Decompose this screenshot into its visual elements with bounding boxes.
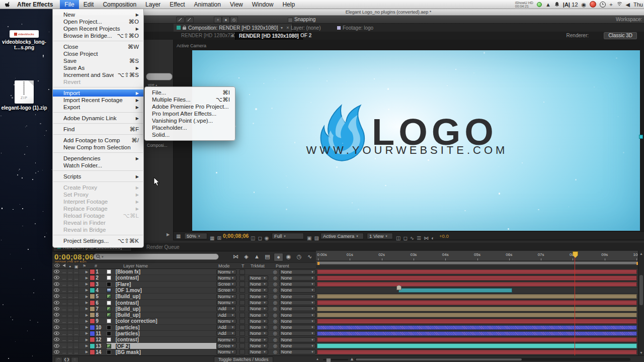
desktop-icon-elegant-logo-zip[interactable]: ZIP elegant-logo (1).zip xyxy=(0,80,48,111)
gdrive-icon[interactable]: ▲ xyxy=(545,0,551,9)
audio-switch-cell[interactable] xyxy=(61,306,67,312)
label-color-chip[interactable] xyxy=(90,325,96,330)
layer-name[interactable]: [Flare] xyxy=(116,282,216,287)
layer-duration-bar[interactable] xyxy=(317,331,637,336)
motion-blur-toggle-icon[interactable]: ◌ xyxy=(71,357,78,362)
scroll-down-icon[interactable]: ▼ xyxy=(639,351,643,354)
mode-dropdown[interactable]: Normal▼ xyxy=(216,276,236,281)
lock-switch-cell[interactable] xyxy=(73,325,79,330)
frame-blend-toggle-icon[interactable]: ❮❯ xyxy=(63,357,70,362)
audio-switch-cell[interactable] xyxy=(61,288,67,293)
layer-duration-bar[interactable] xyxy=(317,269,637,274)
trkmat-dropdown[interactable]: None▼ xyxy=(248,288,268,293)
layer-duration-bar[interactable] xyxy=(317,276,637,280)
t-switch-cell[interactable] xyxy=(236,282,249,287)
expand-arrow-icon[interactable]: ▶ xyxy=(84,319,90,323)
view-axis-mode-icon[interactable]: ◇ xyxy=(230,17,238,23)
pickwhip-icon[interactable]: ◎ xyxy=(271,282,279,287)
trkmat-dropdown[interactable]: None▼ xyxy=(248,331,268,336)
import-submenu-item-vanishing-point-vpe[interactable]: Vanishing Point (.vpe)... xyxy=(145,117,235,124)
project-item[interactable]: Composi... xyxy=(147,143,168,148)
solo-switch-cell[interactable] xyxy=(67,288,73,293)
file-menu-item-import[interactable]: Import▶ xyxy=(53,89,143,97)
adobe-updates[interactable]: |A| 12 xyxy=(563,1,578,8)
layer-row[interactable]: ▶12[contrast]Normal▼None▼◎None▼ xyxy=(52,337,316,343)
lock-switch-cell[interactable] xyxy=(73,337,79,342)
label-column-icon[interactable]: ⚑ xyxy=(83,264,86,268)
file-menu-item-export[interactable]: Export▶ xyxy=(53,104,143,111)
draft-3d-icon[interactable]: ◈ xyxy=(242,253,251,260)
layer-row[interactable]: ▶8[Build_up]Add▼None▼◎None▼ xyxy=(52,312,316,318)
layer-row[interactable]: ▶6[contrast]Normal▼None▼◎None▼ xyxy=(52,300,316,306)
parent-dropdown[interactable]: None▼ xyxy=(279,300,316,305)
eye-toggle-icon[interactable] xyxy=(52,300,61,306)
audio-switch-cell[interactable] xyxy=(61,337,67,342)
hide-shy-icon[interactable]: ▲ xyxy=(253,253,261,260)
mode-dropdown[interactable]: Normal▼ xyxy=(216,337,236,342)
pickwhip-icon[interactable]: ◎ xyxy=(271,337,279,342)
lock-switch-cell[interactable] xyxy=(73,306,79,312)
motion-blur-icon[interactable]: ● xyxy=(274,253,283,261)
solo-switch-cell[interactable] xyxy=(67,269,73,275)
renderer-button[interactable]: Classic 3D xyxy=(604,32,637,39)
lock-switch-cell[interactable] xyxy=(73,282,79,287)
t-switch-cell[interactable] xyxy=(236,343,249,348)
audio-switch-cell[interactable] xyxy=(61,318,67,324)
bell-icon[interactable] xyxy=(554,2,559,7)
layer-name[interactable]: [contrast] xyxy=(116,300,216,305)
layer-name[interactable]: [Build_up] xyxy=(116,306,216,312)
comp-time-display[interactable]: 0;00;08;06 xyxy=(223,233,249,239)
expand-arrow-icon[interactable]: ▶ xyxy=(84,295,90,299)
resolution-dropdown[interactable]: Full▾ xyxy=(272,233,304,239)
layer-row[interactable]: ▶11[particles]Add▼None▼◎None▼ xyxy=(52,331,316,337)
eye-column-icon[interactable] xyxy=(54,263,60,268)
t-switch-cell[interactable] xyxy=(236,349,249,354)
mini-flowchart-icon[interactable]: ⋈ xyxy=(231,253,240,260)
parent-dropdown[interactable]: None▼ xyxy=(279,313,316,318)
lock-switch-cell[interactable] xyxy=(73,331,79,336)
layer-row[interactable]: ▶2[contrast]Normal▼None▼◎None▼ xyxy=(52,275,316,281)
world-axis-mode-icon[interactable]: ● xyxy=(222,17,230,23)
label-color-chip[interactable] xyxy=(90,300,96,306)
mode-dropdown[interactable]: Add▼ xyxy=(216,313,236,318)
menubar-item-edit[interactable]: Edit xyxy=(79,0,99,9)
label-color-chip[interactable] xyxy=(90,343,96,349)
mode-dropdown[interactable]: Normal▼ xyxy=(216,319,236,324)
label-color-chip[interactable] xyxy=(90,349,96,355)
trkmat-dropdown[interactable]: None▼ xyxy=(248,319,268,324)
layer-name[interactable]: [Bloom fx] xyxy=(116,269,216,275)
import-submenu-item-solid[interactable]: Solid... xyxy=(145,131,235,138)
solo-switch-cell[interactable] xyxy=(67,306,73,312)
local-axis-mode-icon[interactable]: + xyxy=(214,17,222,23)
project-search-input[interactable] xyxy=(146,73,173,80)
pickwhip-icon[interactable]: ◎ xyxy=(271,288,279,293)
file-menu-item-dependencies[interactable]: Dependencies▶ xyxy=(53,155,143,162)
layer-row[interactable]: ▶5[Build_up]Normal▼None▼◎None▼ xyxy=(52,294,316,300)
expand-arrow-icon[interactable]: ▶ xyxy=(84,270,90,274)
menubar-item-composition[interactable]: Composition xyxy=(98,0,141,9)
trkmat-dropdown[interactable]: None▼ xyxy=(248,343,268,348)
selection-handle[interactable] xyxy=(639,135,643,139)
snapping-checkbox[interactable] xyxy=(288,18,293,23)
parent-dropdown[interactable]: None▼ xyxy=(279,349,316,354)
mode-dropdown[interactable]: Normal▼ xyxy=(216,300,236,305)
trkmat-dropdown[interactable]: None▼ xyxy=(248,349,268,354)
composition-canvas[interactable]: LOGO WWW.YOURWEBSITE.COM xyxy=(192,50,640,231)
auto-keyframe-icon[interactable]: ◷ xyxy=(295,253,303,260)
file-menu-item-add-footage-to-comp[interactable]: Add Footage to Comp⌘/ xyxy=(53,137,143,144)
solo-switch-cell[interactable] xyxy=(67,275,73,281)
mode-dropdown[interactable]: Screen▼ xyxy=(216,343,236,348)
layer-name[interactable]: [Build_up] xyxy=(116,312,216,318)
audio-column-icon[interactable] xyxy=(62,263,67,268)
expand-arrow-icon[interactable]: ▶ xyxy=(84,338,90,342)
import-submenu-item-multiple-files[interactable]: Multiple Files...⌥⌘I xyxy=(145,96,235,103)
zoom-in-mountain-icon[interactable]: ▲ xyxy=(350,356,354,361)
trkmat-dropdown[interactable]: None▼ xyxy=(248,300,268,305)
wifi-icon[interactable] xyxy=(616,2,622,7)
desktop-icon-videoblocks-png[interactable]: videoblocks videoblocks_long-t…s.png xyxy=(0,30,48,50)
file-menu-item-watch-folder[interactable]: Watch Folder... xyxy=(53,162,143,169)
trkmat-column-header[interactable]: TrkMat xyxy=(251,263,265,268)
audio-switch-cell[interactable] xyxy=(61,282,67,287)
green-status-icon[interactable] xyxy=(537,2,542,7)
layer-duration-bar[interactable] xyxy=(317,294,637,299)
